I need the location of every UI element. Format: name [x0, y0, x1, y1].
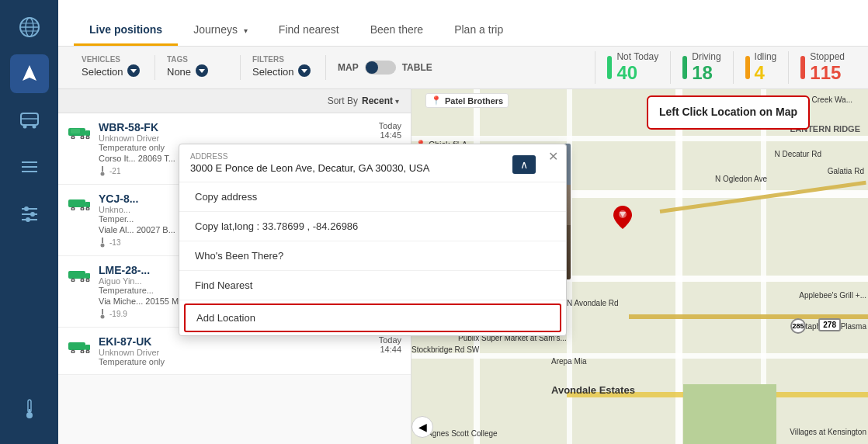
road-north	[411, 136, 868, 141]
filters-label: FILTERS	[252, 55, 314, 64]
stopped-label: Stopped	[810, 51, 845, 62]
svg-point-58	[101, 315, 105, 319]
tab-been-there[interactable]: Been there	[355, 16, 439, 46]
context-copy-latlong[interactable]: Copy lat,long : 33.78699 , -84.26986	[179, 212, 566, 241]
top-nav: Live positions Journeys ▾ Find nearest B…	[58, 0, 868, 47]
svg-rect-60	[85, 345, 90, 350]
filters-value: Selection	[252, 66, 293, 78]
context-menu-overlay: Map Data Terms of Use Report a problem ✕…	[179, 144, 567, 336]
list-icon[interactable]	[10, 147, 49, 186]
vehicle-plate: WBR-58-FK	[99, 121, 371, 134]
svg-rect-37	[102, 166, 103, 172]
navigate-icon[interactable]	[10, 54, 49, 93]
bus-icon[interactable]	[10, 101, 49, 140]
svg-point-33	[82, 137, 83, 138]
tab-find-nearest[interactable]: Find nearest	[263, 16, 355, 46]
vehicle-plate: EKI-87-UK	[99, 335, 371, 348]
vehicle-truck-icon	[68, 338, 91, 354]
thermometer-icon[interactable]	[10, 390, 49, 428]
idling-label: Idling	[755, 51, 777, 62]
svg-point-62	[72, 351, 74, 352]
svg-point-44	[82, 208, 83, 210]
svg-point-56	[87, 279, 89, 281]
sw-dr-label: Stockbridge Rd SW	[411, 345, 479, 354]
road-v3	[675, 89, 682, 444]
not-today-stat: Not Today 40	[595, 51, 670, 84]
map-pin	[612, 204, 634, 229]
vehicle-type: Temperature only	[99, 357, 371, 366]
tab-live-positions[interactable]: Live positions	[74, 16, 178, 46]
n-decatur-label: N Decatur Rd	[774, 150, 821, 158]
address-expand-button[interactable]: ∧	[512, 155, 536, 174]
context-copy-address[interactable]: Copy address	[179, 182, 566, 212]
context-menu-box: ✕ Address 3000 E Ponce de Leon Ave, Deca…	[179, 144, 567, 336]
svg-rect-39	[68, 199, 85, 207]
svg-rect-29	[85, 130, 90, 136]
context-close-button[interactable]: ✕	[548, 151, 558, 163]
patel-brothers-label: Patel Brothers	[445, 96, 503, 106]
filters-filter[interactable]: FILTERS Selection	[241, 55, 326, 80]
svg-point-52	[72, 279, 74, 281]
wifi-globe-icon[interactable]	[10, 8, 49, 47]
toggle-knob	[366, 61, 378, 74]
avondale-estates-label: Avondale Estates	[551, 384, 635, 396]
tab-journeys[interactable]: Journeys ▾	[178, 16, 263, 46]
not-today-bar	[607, 56, 612, 79]
sort-bar: Sort By Recent ▾	[58, 89, 411, 113]
context-add-location[interactable]: Add Location	[184, 304, 561, 332]
vehicle-driver: Unknown Driver	[99, 348, 371, 357]
patel-brothers-container: 📍 Patel Brothers	[425, 93, 509, 108]
idling-bar	[745, 56, 750, 79]
highway-278-shield: 278	[818, 318, 841, 331]
sort-arrow[interactable]: ▾	[395, 97, 399, 106]
svg-point-64	[82, 351, 83, 352]
vehicle-truck-icon	[68, 124, 91, 140]
vehicle-time: Today 14:44	[379, 335, 401, 354]
svg-point-54	[82, 279, 83, 281]
vehicles-value: Selection	[82, 66, 123, 78]
applebees-label: Applebee's Grill +...	[799, 291, 866, 300]
svg-point-42	[72, 208, 74, 210]
tags-dropdown-arrow[interactable]	[195, 64, 209, 80]
tab-plan-a-trip[interactable]: Plan a trip	[439, 16, 519, 46]
vehicles-dropdown-arrow[interactable]	[127, 64, 141, 80]
context-address-bar: Address 3000 E Ponce de Leon Ave, Decatu…	[179, 144, 566, 182]
context-whos-been-there[interactable]: Who's Been There?	[179, 241, 566, 271]
park-2	[683, 384, 776, 444]
vehicle-date: Today	[379, 335, 401, 345]
svg-rect-59	[68, 342, 85, 350]
not-today-label: Not Today	[616, 51, 658, 62]
context-menu-items: Copy address Copy lat,long : 33.78699 , …	[179, 182, 566, 332]
filters-dropdown-arrow[interactable]	[297, 64, 311, 80]
sort-value: Recent	[362, 95, 393, 106]
map-table-toggle: MAP TABLE	[326, 61, 444, 75]
vehicle-info: EKI-87-UK Unknown Driver Temperature onl…	[99, 335, 371, 366]
vehicle-driver: Unknown Driver	[99, 134, 371, 143]
highway-285-shield: 285	[790, 318, 806, 334]
idling-stat: Idling 4	[733, 51, 789, 84]
svg-rect-36	[71, 129, 80, 134]
sort-label: Sort By	[328, 95, 358, 106]
svg-point-38	[101, 172, 105, 176]
map-table-switch[interactable]	[365, 61, 396, 75]
vehicles-filter[interactable]: VEHICLES Selection	[70, 55, 155, 80]
driving-label: Driving	[692, 51, 720, 62]
tags-value: None	[167, 66, 191, 78]
n-ogledon-label: N Ogledon Ave	[715, 175, 767, 183]
filter-bar: VEHICLES Selection TAGS None FILTERS Sel…	[58, 47, 868, 89]
idling-value: 4	[755, 62, 777, 84]
tags-filter[interactable]: TAGS None	[155, 55, 241, 80]
context-find-nearest[interactable]: Find Nearest	[179, 271, 566, 300]
svg-point-7	[23, 125, 26, 129]
callout-text: Left Click Location on Map	[659, 105, 797, 120]
map-back-arrow[interactable]: ◀	[411, 416, 433, 438]
svg-point-31	[72, 137, 74, 138]
stopped-stat: Stopped 115	[788, 51, 856, 84]
vehicle-date: Today	[379, 121, 401, 130]
address-label: Address	[190, 152, 506, 161]
driving-stat: Driving 18	[670, 51, 732, 84]
svg-point-8	[32, 125, 36, 129]
map-label: MAP	[338, 62, 359, 73]
sliders-icon[interactable]	[10, 194, 49, 233]
villages-label: Villages at Kensington	[790, 428, 866, 436]
